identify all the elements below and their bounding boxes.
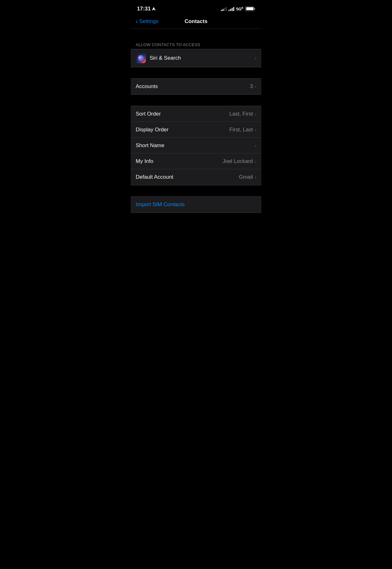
bar2-4 (233, 7, 234, 11)
network-type: 5GE (236, 6, 243, 11)
display-order-chevron-icon: › (255, 127, 256, 132)
bar2-1 (229, 10, 229, 11)
siri-chevron: › (255, 56, 256, 61)
default-account-text: Gmail (239, 174, 253, 180)
default-account-row[interactable]: Default Account Gmail › (131, 169, 261, 185)
accounts-chevron-icon: › (255, 84, 256, 89)
nav-bar: ‹ Settings Contacts (131, 16, 261, 29)
time-text: 17:31 (137, 6, 151, 12)
siri-row-left: Siri & Search (136, 53, 181, 63)
my-info-row[interactable]: My Info Joel Lockard › (131, 153, 261, 169)
short-name-row[interactable]: Short Name › (131, 138, 261, 153)
chevron-icon: › (255, 56, 256, 61)
default-account-chevron-icon: › (255, 175, 256, 180)
status-bar: 17:31 5GE (131, 0, 261, 16)
my-info-value: Joel Lockard › (223, 158, 256, 165)
accounts-row[interactable]: Accounts 3 › (131, 79, 261, 94)
battery-fill (246, 7, 253, 10)
location-icon (152, 7, 156, 11)
battery-body (245, 7, 254, 11)
sort-order-chevron-icon: › (255, 111, 256, 117)
import-sim-section: Import SIM Contacts (131, 196, 261, 213)
settings-group: Sort Order Last, First › Display Order F… (131, 106, 261, 185)
bar2-2 (230, 9, 231, 11)
siri-icon (136, 53, 146, 63)
allow-access-group: Siri & Search › (131, 49, 261, 67)
display-order-text: First, Last (229, 127, 253, 133)
my-info-chevron-icon: › (255, 159, 256, 164)
bar-1 (221, 10, 222, 11)
status-right: 5GE (221, 6, 255, 11)
my-info-text: Joel Lockard (223, 158, 253, 165)
section-gap-2 (131, 67, 261, 78)
import-sim-row[interactable]: Import SIM Contacts (131, 197, 261, 213)
sort-order-label: Sort Order (136, 111, 161, 117)
display-order-label: Display Order (136, 127, 169, 133)
signal-bars-1 (221, 7, 227, 11)
back-label: Settings (139, 18, 158, 25)
short-name-label: Short Name (136, 142, 164, 149)
accounts-value: 3 › (250, 83, 256, 90)
siri-search-row[interactable]: Siri & Search › (131, 49, 261, 67)
display-order-row[interactable]: Display Order First, Last › (131, 122, 261, 138)
siri-glow (138, 55, 144, 61)
short-name-chevron-icon: › (255, 143, 256, 148)
section-gap-1 (131, 29, 261, 40)
page-title: Contacts (185, 18, 208, 25)
section-gap-4 (131, 185, 261, 196)
short-name-value: › (255, 143, 256, 148)
svg-marker-0 (152, 7, 156, 11)
display-order-value: First, Last › (229, 127, 256, 133)
back-chevron-icon: ‹ (136, 18, 138, 25)
allow-access-header: ALLOW CONTACTS TO ACCESS (131, 40, 261, 49)
sort-order-row[interactable]: Sort Order Last, First › (131, 106, 261, 122)
status-time: 17:31 (137, 6, 156, 12)
sort-order-value: Last, First › (229, 111, 256, 117)
battery (245, 7, 255, 11)
accounts-label: Accounts (136, 83, 158, 90)
bar-2 (223, 9, 223, 11)
default-account-value: Gmail › (239, 174, 256, 180)
bar2-3 (232, 8, 233, 11)
import-sim-label: Import SIM Contacts (136, 201, 185, 208)
accounts-group: Accounts 3 › (131, 78, 261, 95)
signal-bars-2 (229, 7, 234, 11)
battery-tip (254, 8, 255, 10)
siri-label: Siri & Search (150, 55, 181, 61)
my-info-label: My Info (136, 158, 153, 165)
bar-4 (226, 7, 227, 11)
section-gap-3 (131, 95, 261, 106)
default-account-label: Default Account (136, 174, 173, 180)
sort-order-text: Last, First (229, 111, 253, 117)
accounts-count: 3 (250, 83, 253, 90)
bar-3 (224, 8, 225, 11)
back-button[interactable]: ‹ Settings (136, 18, 158, 25)
